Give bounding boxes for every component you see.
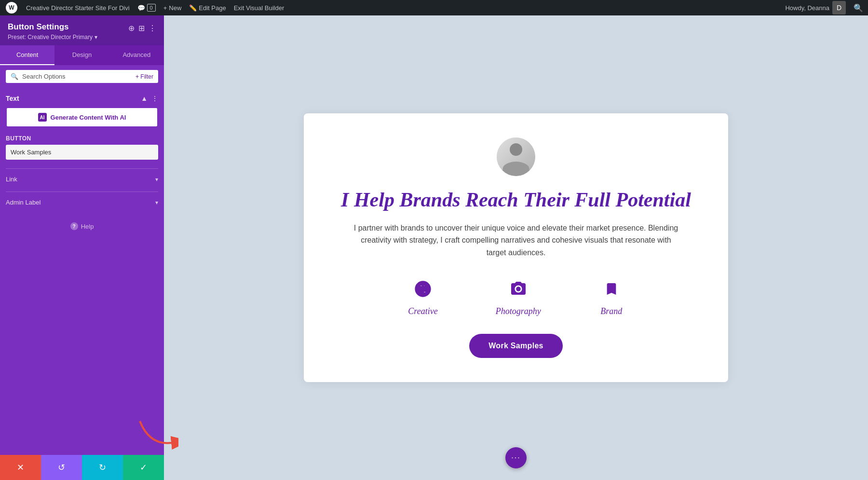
bottom-bar: ✕ ↺ ↻ ✓: [0, 455, 164, 480]
admin-search-icon[interactable]: 🔍: [854, 3, 863, 13]
history-forward-button[interactable]: ↻: [82, 455, 123, 480]
search-input[interactable]: [22, 73, 132, 80]
creative-icon: [410, 276, 435, 302]
search-bar: 🔍 + Filter: [6, 70, 158, 83]
avatar: [497, 137, 535, 176]
exit-builder-link[interactable]: Exit Visual Builder: [234, 4, 285, 12]
save-button[interactable]: ✓: [123, 455, 164, 480]
tab-content[interactable]: Content: [0, 45, 54, 65]
link-section: Link ▾: [6, 168, 158, 190]
help-icon: ?: [70, 222, 78, 230]
new-link[interactable]: + New: [163, 4, 182, 12]
photography-label: Photography: [496, 306, 541, 316]
panel-preset[interactable]: Preset: Creative Director Primary ▾: [8, 34, 156, 41]
admin-label-section-header[interactable]: Admin Label ▾: [6, 192, 158, 213]
creative-label: Creative: [408, 306, 437, 316]
photography-icon: [506, 276, 531, 302]
link-section-header[interactable]: Link ▾: [6, 169, 158, 190]
section-more-icon[interactable]: ⋮: [151, 95, 158, 102]
left-panel: Button Settings ⊕ ⊞ ⋮ Preset: Creative D…: [0, 15, 164, 480]
edit-page-link[interactable]: ✏️ Edit Page: [189, 4, 226, 12]
ai-icon: AI: [38, 113, 47, 122]
howdy-text: Howdy, Deanna D: [785, 1, 846, 14]
tab-design[interactable]: Design: [54, 45, 109, 65]
button-text-input[interactable]: [6, 145, 158, 160]
fab-button[interactable]: ···: [505, 447, 527, 468]
preset-arrow-icon: ▾: [95, 34, 97, 41]
section-collapse-icon[interactable]: ▲: [141, 95, 148, 102]
filter-button[interactable]: + Filter: [136, 73, 153, 80]
generate-ai-button[interactable]: AI Generate Content With AI: [6, 107, 158, 127]
right-canvas: I Help Brands Reach Their Full Potential…: [164, 15, 868, 480]
content-card: I Help Brands Reach Their Full Potential…: [304, 113, 728, 382]
user-avatar-icon: D: [832, 1, 846, 14]
help-link[interactable]: ? Help: [6, 222, 158, 230]
button-field-label: Button: [6, 135, 158, 142]
tab-bar: Content Design Advanced: [0, 45, 164, 65]
link-arrow-icon: ▾: [155, 176, 158, 183]
comment-link[interactable]: 💬 0: [137, 4, 156, 12]
panel-header: Button Settings ⊕ ⊞ ⋮ Preset: Creative D…: [0, 15, 164, 45]
brand-item: Brand: [599, 276, 624, 316]
panel-title: Button Settings: [8, 22, 69, 32]
admin-label-section: Admin Label ▾: [6, 192, 158, 213]
tab-advanced[interactable]: Advanced: [109, 45, 164, 65]
cta-work-samples-button[interactable]: Work Samples: [469, 334, 563, 358]
wp-logo-icon[interactable]: W: [5, 1, 18, 14]
discard-button[interactable]: ✕: [0, 455, 41, 480]
card-heading: I Help Brands Reach Their Full Potential: [341, 188, 691, 212]
panel-content: Text ▲ ⋮ AI Generate Content With AI But…: [0, 88, 164, 455]
site-name-link[interactable]: Creative Director Starter Site For Divi: [26, 4, 130, 12]
panel-icon-more[interactable]: ⋮: [149, 24, 156, 33]
admin-label-arrow-icon: ▾: [155, 199, 158, 206]
creative-item: Creative: [408, 276, 437, 316]
wp-admin-bar: W Creative Director Starter Site For Div…: [0, 0, 868, 15]
search-icon: 🔍: [11, 73, 18, 80]
panel-icon-target[interactable]: ⊕: [128, 24, 135, 33]
panel-icon-grid[interactable]: ⊞: [138, 24, 145, 33]
brand-label: Brand: [600, 306, 622, 316]
photography-item: Photography: [496, 276, 541, 316]
history-back-button[interactable]: ↺: [41, 455, 82, 480]
text-section-header[interactable]: Text ▲ ⋮: [6, 88, 158, 107]
icons-row: Creative Photography: [408, 276, 624, 316]
brand-icon: [599, 276, 624, 302]
card-subtext: I partner with brands to uncover their u…: [352, 222, 680, 259]
